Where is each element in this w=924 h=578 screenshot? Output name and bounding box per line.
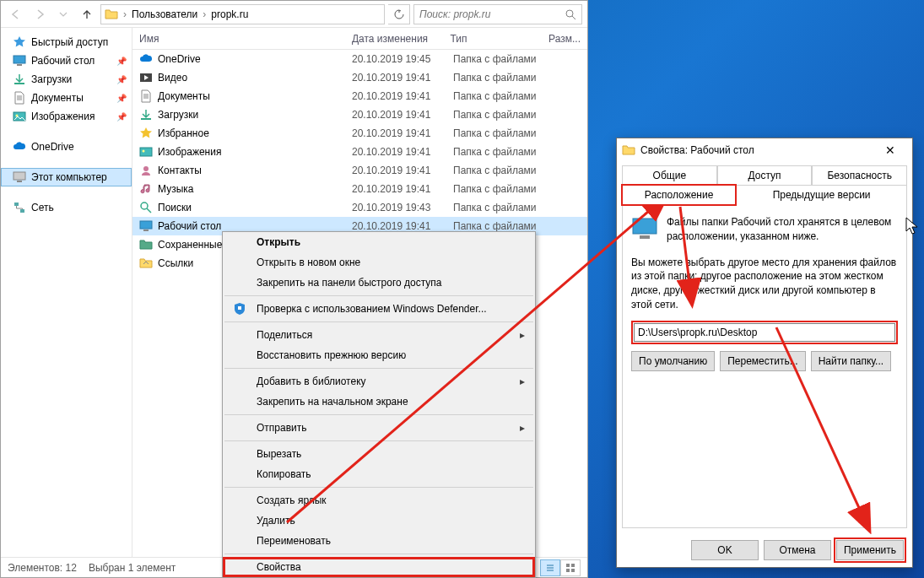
svg-rect-1 [14, 56, 25, 63]
ctx-copy[interactable]: Копировать [223, 464, 535, 484]
ctx-pin-start[interactable]: Закрепить на начальном экране [223, 392, 535, 412]
ctx-defender-scan[interactable]: Проверка с использованием Windows Defend… [223, 299, 535, 319]
file-row[interactable]: Видео20.10.2019 19:41Папка с файлами [132, 68, 587, 87]
restore-default-button[interactable]: По умолчанию [631, 351, 715, 371]
tab-access[interactable]: Доступ [717, 165, 813, 185]
ctx-add-library[interactable]: Добавить в библиотеку▸ [223, 371, 535, 392]
file-row[interactable]: OneDrive20.10.2019 19:45Папка с файлами [132, 50, 587, 68]
close-button[interactable]: ✕ [873, 140, 907, 160]
file-row[interactable]: Избранное20.10.2019 19:41Папка с файлами [132, 124, 587, 143]
ctx-pin-quick-access[interactable]: Закрепить на панели быстрого доступа [223, 273, 535, 293]
properties-dialog: Свойства: Рабочий стол ✕ Общие Доступ Бе… [616, 138, 913, 568]
sidebar-network[interactable]: Сеть [1, 198, 132, 217]
sidebar-onedrive[interactable]: OneDrive [1, 138, 132, 156]
mouse-cursor-icon [905, 217, 921, 240]
svg-point-13 [143, 150, 145, 153]
svg-rect-7 [17, 181, 22, 182]
desktop-icon [139, 219, 153, 233]
svg-rect-19 [571, 564, 575, 567]
tab-previous-versions[interactable]: Предыдущие версии [736, 185, 907, 205]
saved-icon [139, 238, 153, 251]
file-row[interactable]: Контакты20.10.2019 19:41Папка с файлами [132, 161, 587, 180]
tab-general[interactable]: Общие [622, 165, 717, 185]
video-icon [139, 71, 153, 84]
svg-rect-23 [633, 219, 657, 234]
refresh-button[interactable] [388, 4, 410, 24]
location-text-1: Файлы папки Рабочий стол хранятся в целе… [667, 215, 898, 244]
sidebar-quick-access[interactable]: Быстрый доступ [1, 33, 132, 51]
context-menu: Открыть Открыть в новом окне Закрепить н… [222, 231, 536, 578]
ctx-open[interactable]: Открыть [223, 232, 535, 252]
dialog-title: Свойства: Рабочий стол [640, 144, 754, 156]
ctx-properties[interactable]: Свойства [223, 557, 535, 577]
ctx-rename[interactable]: Переименовать [223, 531, 535, 551]
svg-point-0 [566, 10, 573, 17]
tab-body-location: Файлы папки Рабочий стол хранятся в целе… [622, 205, 907, 528]
pc-icon [13, 170, 26, 184]
search-icon [565, 8, 576, 20]
folder-icon [622, 143, 635, 157]
ctx-share[interactable]: Поделиться▸ [223, 325, 535, 345]
col-date[interactable]: Дата изменения [345, 28, 444, 49]
tab-security[interactable]: Безопасность [812, 165, 907, 185]
col-type[interactable]: Тип [444, 28, 543, 49]
svg-rect-6 [14, 172, 25, 180]
file-row[interactable]: Загрузки20.10.2019 19:41Папка с файлами [132, 105, 587, 124]
breadcrumb[interactable]: › Пользователи › propk.ru [100, 4, 385, 24]
svg-rect-20 [566, 569, 570, 572]
find-folder-button[interactable]: Найти папку... [811, 351, 891, 371]
ctx-delete[interactable]: Удалить [223, 510, 535, 531]
sidebar: Быстрый доступ Рабочий стол 📌 Загрузки 📌… [1, 28, 132, 557]
ctx-create-shortcut[interactable]: Создать ярлык [223, 490, 535, 510]
breadcrumb-users[interactable]: Пользователи [132, 8, 197, 20]
search-icon [139, 201, 153, 214]
network-icon [13, 201, 26, 214]
svg-rect-18 [566, 564, 570, 567]
svg-rect-24 [640, 235, 650, 239]
file-row[interactable]: Поиски20.10.2019 19:43Папка с файлами [132, 198, 587, 217]
sidebar-pictures[interactable]: Изображения 📌 [1, 107, 132, 126]
nav-forward-button[interactable] [30, 4, 50, 24]
move-button[interactable]: Переместить... [720, 351, 806, 371]
ctx-open-new-window[interactable]: Открыть в новом окне [223, 252, 535, 273]
pin-icon: 📌 [116, 112, 127, 122]
nav-recent-button[interactable] [53, 4, 73, 24]
desktop-icon [13, 54, 26, 68]
tabs: Общие Доступ Безопасность Расположение П… [617, 162, 912, 205]
nav-back-button[interactable] [6, 4, 26, 24]
breadcrumb-folder[interactable]: propk.ru [211, 8, 248, 20]
view-icons-button[interactable] [560, 559, 581, 576]
apply-button[interactable]: Применить [836, 540, 904, 560]
chevron-right-icon: ▸ [520, 329, 525, 341]
ok-button[interactable]: OK [691, 540, 759, 560]
dialog-titlebar: Свойства: Рабочий стол ✕ [617, 138, 912, 162]
file-row[interactable]: Музыка20.10.2019 19:41Папка с файлами [132, 180, 587, 198]
location-path-input[interactable] [634, 323, 895, 342]
view-details-button[interactable] [540, 559, 560, 576]
ctx-send-to[interactable]: Отправить▸ [223, 418, 535, 438]
pin-icon: 📌 [116, 94, 127, 103]
onedrive-icon [139, 52, 153, 66]
sidebar-documents[interactable]: Документы 📌 [1, 89, 132, 107]
ctx-restore-previous[interactable]: Восстановить прежнюю версию [223, 345, 535, 365]
cancel-button[interactable]: Отмена [764, 540, 831, 560]
svg-rect-9 [20, 209, 24, 213]
pictures-icon [13, 110, 26, 123]
file-row[interactable]: Документы20.10.2019 19:41Папка с файлами [132, 87, 587, 105]
search-box[interactable] [413, 4, 582, 24]
svg-rect-21 [571, 569, 575, 572]
nav-up-button[interactable] [77, 4, 97, 24]
pin-icon: 📌 [116, 57, 127, 66]
col-size[interactable]: Разм... [542, 28, 587, 49]
column-headers: Имя Дата изменения Тип Разм... [132, 28, 587, 50]
ctx-cut[interactable]: Вырезать [223, 444, 535, 464]
tab-location[interactable]: Расположение [622, 185, 736, 205]
sidebar-desktop[interactable]: Рабочий стол 📌 [1, 51, 132, 70]
file-row[interactable]: Изображения20.10.2019 19:41Папка с файла… [132, 143, 587, 161]
svg-rect-17 [143, 230, 149, 231]
sidebar-downloads[interactable]: Загрузки 📌 [1, 70, 132, 89]
col-name[interactable]: Имя [132, 28, 345, 49]
sidebar-this-pc[interactable]: Этот компьютер [1, 168, 132, 186]
contacts-icon [139, 164, 153, 177]
search-input[interactable] [419, 8, 559, 20]
